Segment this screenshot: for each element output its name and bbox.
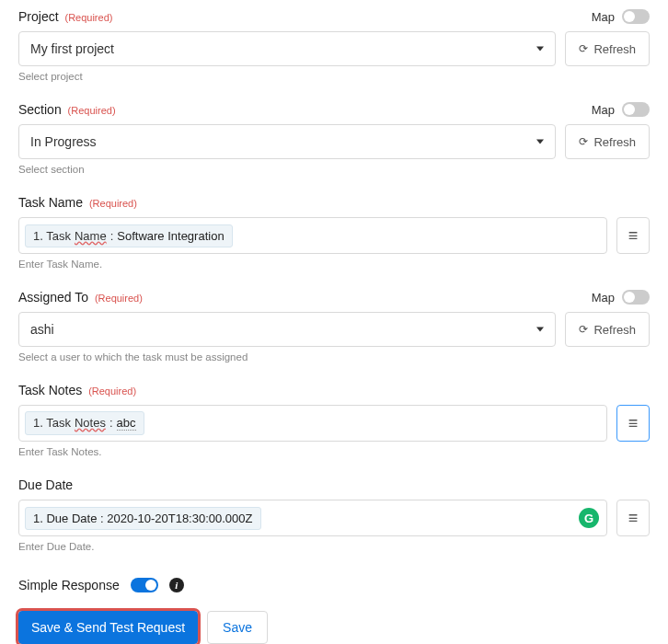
task-name-label: Task Name bbox=[18, 195, 83, 210]
task-name-help: Enter Task Name. bbox=[18, 259, 650, 270]
chevron-down-icon bbox=[536, 140, 544, 144]
task-notes-label: Task Notes bbox=[18, 383, 82, 397]
assigned-to-map-toggle-group: Map bbox=[592, 290, 650, 305]
section-select-value: In Progress bbox=[30, 134, 97, 149]
due-date-token: 1. Due Date : 2020-10-20T18:30:00.000Z bbox=[25, 507, 261, 530]
due-date-input-row: 1. Due Date : 2020-10-20T18:30:00.000Z G… bbox=[18, 500, 650, 536]
project-refresh-button[interactable]: ⟳ Refresh bbox=[565, 31, 650, 66]
due-date-input[interactable]: 1. Due Date : 2020-10-20T18:30:00.000Z G bbox=[18, 500, 607, 536]
assigned-to-label-wrap: Assigned To (Required) bbox=[18, 290, 143, 305]
section-label-wrap: Section (Required) bbox=[18, 102, 116, 117]
required-tag: (Required) bbox=[68, 105, 116, 116]
task-name-header: Task Name (Required) bbox=[18, 195, 650, 210]
refresh-icon: ⟳ bbox=[579, 323, 588, 336]
due-date-field: Due Date 1. Due Date : 2020-10-20T18:30:… bbox=[18, 477, 650, 552]
project-field: Project (Required) Map My first project … bbox=[18, 9, 650, 82]
task-name-field: Task Name (Required) 1. Task Name : Soft… bbox=[18, 195, 650, 270]
due-date-header: Due Date bbox=[18, 477, 650, 492]
task-notes-input-row: 1. Task Notes : abc ≡ bbox=[18, 405, 650, 442]
task-notes-help: Enter Task Notes. bbox=[18, 446, 650, 457]
refresh-label: Refresh bbox=[593, 135, 636, 149]
section-label: Section bbox=[18, 102, 62, 117]
token-prefix: 1. Task bbox=[33, 416, 71, 430]
refresh-icon: ⟳ bbox=[579, 135, 588, 148]
project-map-toggle-group: Map bbox=[592, 9, 650, 24]
due-date-help: Enter Due Date. bbox=[18, 541, 650, 552]
hamburger-icon: ≡ bbox=[628, 509, 639, 528]
save-button[interactable]: Save bbox=[207, 611, 268, 644]
info-icon[interactable]: i bbox=[169, 578, 184, 592]
save-send-test-request-button[interactable]: Save & Send Test Request bbox=[18, 611, 198, 644]
section-input-row: In Progress ⟳ Refresh bbox=[18, 124, 650, 159]
task-notes-token: 1. Task Notes : abc bbox=[25, 411, 144, 435]
map-label: Map bbox=[592, 10, 615, 24]
task-notes-menu-button[interactable]: ≡ bbox=[616, 405, 650, 442]
refresh-label: Refresh bbox=[593, 42, 636, 56]
assigned-to-field: Assigned To (Required) Map ashi ⟳ Refres… bbox=[18, 290, 650, 362]
required-tag: (Required) bbox=[88, 385, 136, 397]
project-header: Project (Required) Map bbox=[18, 9, 650, 24]
project-select-value: My first project bbox=[30, 41, 114, 56]
section-header: Section (Required) Map bbox=[18, 102, 650, 117]
task-notes-field: Task Notes (Required) 1. Task Notes : ab… bbox=[18, 383, 650, 457]
project-help: Select project bbox=[18, 71, 650, 82]
map-label: Map bbox=[592, 291, 615, 305]
task-name-menu-button[interactable]: ≡ bbox=[616, 217, 650, 254]
token-word: Name bbox=[75, 229, 107, 243]
simple-response-row: Simple Response i bbox=[18, 578, 650, 592]
token-colon: : bbox=[109, 416, 113, 430]
required-tag: (Required) bbox=[89, 198, 137, 209]
chevron-down-icon bbox=[536, 47, 544, 52]
section-help: Select section bbox=[18, 164, 650, 175]
token-value: Software Integration bbox=[117, 229, 224, 243]
project-select[interactable]: My first project bbox=[18, 31, 556, 66]
section-map-toggle[interactable] bbox=[622, 102, 650, 117]
task-name-token: 1. Task Name : Software Integration bbox=[25, 224, 233, 247]
project-input-row: My first project ⟳ Refresh bbox=[18, 31, 650, 66]
refresh-label: Refresh bbox=[593, 323, 636, 337]
hamburger-icon: ≡ bbox=[628, 226, 639, 246]
assigned-to-refresh-button[interactable]: ⟳ Refresh bbox=[565, 312, 650, 347]
section-select[interactable]: In Progress bbox=[18, 124, 556, 159]
assigned-to-select[interactable]: ashi bbox=[18, 312, 556, 347]
project-label-wrap: Project (Required) bbox=[18, 9, 112, 24]
due-date-label-wrap: Due Date bbox=[18, 477, 73, 492]
task-name-label-wrap: Task Name (Required) bbox=[18, 195, 137, 210]
token-value: abc bbox=[117, 416, 136, 431]
task-notes-input[interactable]: 1. Task Notes : abc bbox=[18, 405, 607, 442]
action-row: Save & Send Test Request Save bbox=[18, 611, 650, 644]
refresh-icon: ⟳ bbox=[579, 42, 588, 55]
task-name-input-row: 1. Task Name : Software Integration ≡ bbox=[18, 217, 650, 254]
task-notes-header: Task Notes (Required) bbox=[18, 383, 650, 397]
project-map-toggle[interactable] bbox=[622, 9, 650, 24]
task-notes-label-wrap: Task Notes (Required) bbox=[18, 383, 136, 397]
chevron-down-icon bbox=[536, 328, 544, 332]
section-field: Section (Required) Map In Progress ⟳ Ref… bbox=[18, 102, 650, 175]
token-prefix: 1. Task bbox=[33, 229, 71, 243]
token-word: Notes bbox=[75, 416, 106, 430]
section-refresh-button[interactable]: ⟳ Refresh bbox=[565, 124, 650, 159]
assigned-to-select-value: ashi bbox=[30, 322, 54, 337]
task-name-input[interactable]: 1. Task Name : Software Integration bbox=[18, 217, 607, 254]
project-label: Project bbox=[18, 9, 59, 24]
due-date-menu-button[interactable]: ≡ bbox=[616, 500, 650, 536]
assigned-to-header: Assigned To (Required) Map bbox=[18, 290, 650, 305]
simple-response-toggle[interactable] bbox=[131, 578, 158, 592]
token-value: 1. Due Date : 2020-10-20T18:30:00.000Z bbox=[33, 512, 253, 525]
assigned-to-map-toggle[interactable] bbox=[622, 290, 650, 305]
required-tag: (Required) bbox=[64, 12, 112, 23]
required-tag: (Required) bbox=[95, 293, 143, 304]
map-label: Map bbox=[592, 103, 615, 117]
assigned-to-label: Assigned To bbox=[18, 290, 88, 305]
due-date-label: Due Date bbox=[18, 477, 73, 492]
assigned-to-help: Select a user to which the task must be … bbox=[18, 351, 650, 362]
token-colon: : bbox=[110, 229, 114, 243]
grammarly-icon[interactable]: G bbox=[579, 508, 599, 528]
section-map-toggle-group: Map bbox=[592, 102, 650, 117]
simple-response-label: Simple Response bbox=[18, 578, 120, 592]
assigned-to-input-row: ashi ⟳ Refresh bbox=[18, 312, 650, 347]
hamburger-icon: ≡ bbox=[628, 414, 639, 433]
